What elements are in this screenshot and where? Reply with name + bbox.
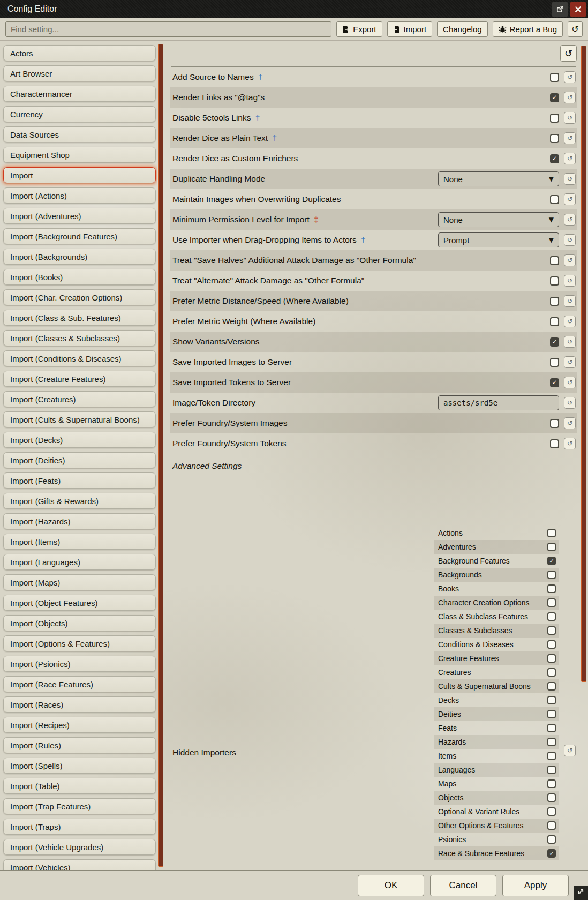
sidebar-item-import-creatures[interactable]: Import (Creatures): [3, 391, 156, 407]
sidebar-item-import-recipes[interactable]: Import (Recipes): [3, 717, 156, 733]
setting-select-minimum-permission-level-for-import[interactable]: None▼: [438, 212, 559, 227]
row-reset-button[interactable]: ↺: [564, 254, 576, 266]
sidebar-item-import-options-features[interactable]: Import (Options & Features): [3, 635, 156, 651]
setting-checkbox-render-dice-as-custom-enrichers[interactable]: ✓: [550, 154, 559, 163]
setting-checkbox-maintain-images-when-overwriting-duplicates[interactable]: [550, 195, 559, 204]
row-reset-button[interactable]: ↺: [564, 112, 576, 124]
sidebar-item-import-items[interactable]: Import (Items): [3, 534, 156, 550]
sidebar-item-import-race-features[interactable]: Import (Race Features): [3, 676, 156, 692]
setting-checkbox-prefer-foundry-system-images[interactable]: [550, 419, 559, 428]
row-reset-button[interactable]: ↺: [564, 397, 576, 409]
hidden-importer-checkbox-background-features[interactable]: ✓: [547, 557, 556, 565]
hidden-importers-reset-button[interactable]: ↺: [564, 745, 576, 756]
sidebar-item-import-object-features[interactable]: Import (Object Features): [3, 595, 156, 611]
setting-checkbox-treat-alternate-attack-damage-as-other-formula[interactable]: [550, 276, 559, 286]
sidebar-item-import-deities[interactable]: Import (Deities): [3, 452, 156, 468]
close-button[interactable]: [570, 2, 586, 17]
hidden-importer-checkbox-creatures[interactable]: [547, 668, 556, 677]
setting-checkbox-prefer-metric-distance-speed-where-available[interactable]: [550, 297, 559, 306]
row-reset-button[interactable]: ↺: [564, 173, 576, 185]
hidden-importer-checkbox-adventures[interactable]: [547, 543, 556, 551]
apply-button[interactable]: Apply: [502, 875, 569, 896]
setting-text-input-image-token-directory[interactable]: assets/srd5e: [438, 395, 559, 410]
setting-checkbox-render-links-as-tag-s[interactable]: ✓: [550, 93, 559, 102]
ok-button[interactable]: OK: [358, 875, 424, 896]
sidebar-item-import-conditions-diseases[interactable]: Import (Conditions & Diseases): [3, 350, 156, 366]
sidebar-item-import-trap-features[interactable]: Import (Trap Features): [3, 798, 156, 814]
row-reset-button[interactable]: ↺: [564, 193, 576, 205]
row-reset-button[interactable]: ↺: [564, 295, 576, 307]
setting-checkbox-disable-5etools-links[interactable]: [550, 114, 559, 123]
popout-button[interactable]: [552, 2, 568, 17]
sidebar-item-import-traps[interactable]: Import (Traps): [3, 819, 156, 835]
setting-checkbox-show-variants-versions[interactable]: ✓: [550, 338, 559, 347]
row-reset-button[interactable]: ↺: [564, 417, 576, 429]
setting-checkbox-treat-save-halves-additional-attack-damage-as-other-formula[interactable]: [550, 256, 559, 265]
sidebar-item-import-table[interactable]: Import (Table): [3, 778, 156, 794]
cancel-button[interactable]: Cancel: [430, 875, 496, 896]
sidebar-item-import-vehicles[interactable]: Import (Vehicles): [3, 859, 156, 870]
row-reset-button[interactable]: ↺: [564, 316, 576, 327]
sidebar-item-import-spells[interactable]: Import (Spells): [3, 758, 156, 774]
setting-checkbox-save-imported-images-to-server[interactable]: [550, 358, 559, 367]
hidden-importer-checkbox-other-options-features[interactable]: [547, 821, 556, 830]
sidebar-item-import-creature-features[interactable]: Import (Creature Features): [3, 371, 156, 387]
sidebar-item-import-gifts-rewards[interactable]: Import (Gifts & Rewards): [3, 493, 156, 509]
sidebar-item-import-class-sub-features[interactable]: Import (Class & Sub. Features): [3, 310, 156, 326]
report-bug-button[interactable]: Report a Bug: [493, 21, 563, 37]
sidebar-item-art-browser[interactable]: Art Browser: [3, 65, 156, 81]
setting-checkbox-add-source-to-names[interactable]: [550, 73, 559, 82]
sidebar-item-import-hazards[interactable]: Import (Hazards): [3, 513, 156, 529]
resize-handle[interactable]: [574, 886, 588, 900]
sidebar-item-import-cults-supernatural-boons[interactable]: Import (Cults & Supernatural Boons): [3, 411, 156, 428]
hidden-importer-checkbox-languages[interactable]: [547, 766, 556, 774]
row-reset-button[interactable]: ↺: [564, 234, 576, 246]
row-reset-button[interactable]: ↺: [564, 214, 576, 226]
panel-scrollbar-thumb[interactable]: [581, 46, 586, 682]
sidebar-item-import-languages[interactable]: Import (Languages): [3, 554, 156, 570]
hidden-importer-checkbox-feats[interactable]: [547, 724, 556, 732]
row-reset-button[interactable]: ↺: [564, 336, 576, 348]
hidden-importer-checkbox-classes-subclasses[interactable]: [547, 626, 556, 635]
hidden-importer-checkbox-class-subclass-features[interactable]: [547, 612, 556, 621]
hidden-importer-checkbox-objects[interactable]: [547, 793, 556, 802]
row-reset-button[interactable]: ↺: [564, 275, 576, 287]
hidden-importer-checkbox-items[interactable]: [547, 752, 556, 760]
hidden-importer-checkbox-deities[interactable]: [547, 710, 556, 718]
toolbar-reset-button[interactable]: ↺: [568, 21, 583, 37]
hidden-importer-checkbox-character-creation-options[interactable]: [547, 598, 556, 607]
sidebar-item-import-feats[interactable]: Import (Feats): [3, 472, 156, 489]
row-reset-button[interactable]: ↺: [564, 438, 576, 449]
hidden-importer-checkbox-decks[interactable]: [547, 696, 556, 704]
sidebar-item-actors[interactable]: Actors: [3, 45, 156, 61]
import-button[interactable]: Import: [387, 21, 433, 37]
sidebar-item-import-maps[interactable]: Import (Maps): [3, 574, 156, 590]
hidden-importer-checkbox-books[interactable]: [547, 584, 556, 593]
sidebar-item-import-backgrounds[interactable]: Import (Backgrounds): [3, 249, 156, 265]
sidebar-item-import[interactable]: Import: [3, 167, 156, 183]
hidden-importer-checkbox-psionics[interactable]: [547, 835, 556, 844]
sidebar-item-import-classes-subclasses[interactable]: Import (Classes & Subclasses): [3, 330, 156, 346]
sidebar-item-import-books[interactable]: Import (Books): [3, 269, 156, 285]
sidebar-item-import-psionics[interactable]: Import (Psionics): [3, 656, 156, 672]
hidden-importer-checkbox-optional-variant-rules[interactable]: [547, 807, 556, 816]
hidden-importer-checkbox-race-subrace-features[interactable]: ✓: [547, 849, 556, 858]
sidebar-item-charactermancer[interactable]: Charactermancer: [3, 86, 156, 102]
row-reset-button[interactable]: ↺: [564, 132, 576, 144]
sidebar-item-import-decks[interactable]: Import (Decks): [3, 432, 156, 448]
sidebar-item-currency[interactable]: Currency: [3, 106, 156, 122]
sidebar-item-import-rules[interactable]: Import (Rules): [3, 737, 156, 753]
changelog-button[interactable]: Changelog: [437, 21, 488, 37]
hidden-importer-checkbox-conditions-diseases[interactable]: [547, 640, 556, 649]
sidebar-item-import-adventures[interactable]: Import (Adventures): [3, 208, 156, 224]
reset-all-button[interactable]: ↺: [560, 45, 577, 62]
sidebar-item-import-background-features[interactable]: Import (Background Features): [3, 228, 156, 244]
sidebar-item-data-sources[interactable]: Data Sources: [3, 126, 156, 142]
sidebar-item-equipment-shop[interactable]: Equipment Shop: [3, 147, 156, 163]
sidebar-scrollbar-thumb[interactable]: [158, 44, 163, 867]
setting-select-use-importer-when-drag-dropping-items-to-actors[interactable]: Prompt▼: [438, 232, 559, 248]
sidebar-item-import-objects[interactable]: Import (Objects): [3, 615, 156, 631]
setting-select-duplicate-handling-mode[interactable]: None▼: [438, 171, 559, 186]
row-reset-button[interactable]: ↺: [564, 153, 576, 164]
setting-checkbox-render-dice-as-plain-text[interactable]: [550, 134, 559, 143]
